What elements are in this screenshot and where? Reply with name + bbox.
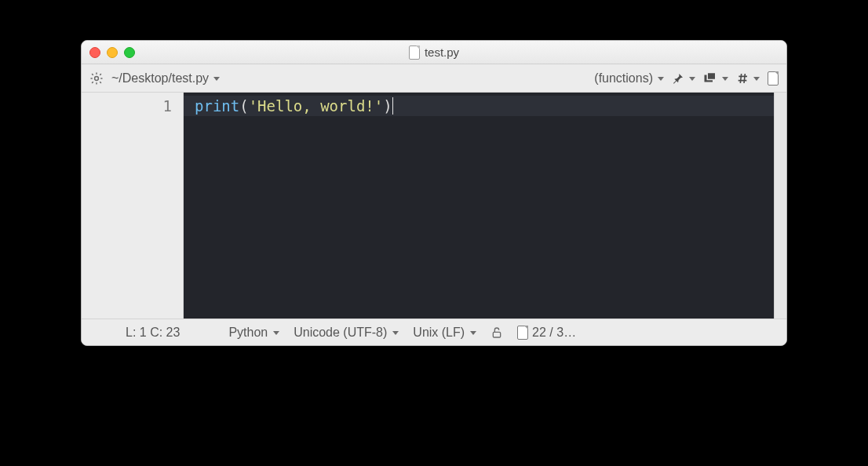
page-icon [768, 71, 779, 86]
minimize-window-button[interactable] [107, 47, 118, 58]
file-path-dropdown[interactable]: ~/Desktop/test.py [111, 71, 220, 86]
unlock-icon [491, 326, 503, 339]
token-string: 'Hello, world!' [249, 97, 384, 115]
svg-point-0 [95, 76, 99, 80]
token-paren: ) [383, 97, 392, 115]
chevron-down-icon [213, 77, 220, 81]
chevron-down-icon [470, 331, 476, 335]
code-area[interactable]: print('Hello, world!') [184, 93, 786, 319]
zoom-window-button[interactable] [124, 47, 135, 58]
cursor-position[interactable]: L: 1 C: 23 [126, 326, 180, 340]
window-controls [89, 47, 135, 58]
line-number: 1 [82, 97, 172, 115]
token-function: print [195, 97, 239, 115]
new-document-button[interactable] [768, 71, 779, 86]
language-text: Python [228, 326, 268, 340]
chevron-down-icon [753, 77, 760, 81]
encoding-text: Unicode (UTF-8) [294, 326, 387, 340]
close-window-button[interactable] [89, 47, 100, 58]
editor-area: 1 print('Hello, world!') [82, 93, 786, 319]
chevron-down-icon [689, 77, 695, 81]
document-stats[interactable]: 22 / 3… [517, 326, 576, 340]
functions-label: (functions) [594, 71, 653, 86]
svg-rect-3 [493, 332, 500, 337]
cursor-position-text: L: 1 C: 23 [126, 326, 180, 340]
chevron-down-icon [722, 77, 728, 81]
page-icon [517, 326, 528, 340]
window-title: test.py [82, 46, 786, 60]
language-dropdown[interactable]: Python [228, 326, 279, 340]
hash-icon [736, 72, 749, 85]
panes-dropdown[interactable] [703, 72, 728, 85]
pin-icon [672, 72, 684, 85]
gear-icon [89, 71, 104, 86]
toolbar: ~/Desktop/test.py (functions) [82, 64, 786, 93]
file-path-text: ~/Desktop/test.py [111, 71, 209, 86]
readonly-toggle[interactable] [491, 326, 503, 339]
chevron-down-icon [273, 331, 279, 335]
chevron-down-icon [392, 331, 399, 335]
chevron-down-icon [658, 77, 664, 81]
hash-dropdown[interactable] [736, 72, 760, 85]
functions-dropdown[interactable]: (functions) [594, 71, 664, 86]
line-ending-dropdown[interactable]: Unix (LF) [413, 326, 476, 340]
document-stats-text: 22 / 3… [532, 326, 576, 340]
vertical-scrollbar[interactable] [774, 93, 786, 319]
settings-button[interactable] [89, 71, 104, 86]
window-title-text: test.py [425, 46, 459, 59]
text-cursor [392, 97, 393, 115]
document-icon [409, 46, 420, 60]
pin-dropdown[interactable] [672, 72, 695, 85]
stack-icon [703, 72, 717, 85]
token-paren: ( [239, 97, 248, 115]
code-line[interactable]: print('Hello, world!') [184, 96, 786, 116]
statusbar: L: 1 C: 23 Python Unicode (UTF-8) Unix (… [82, 319, 786, 345]
line-ending-text: Unix (LF) [413, 326, 465, 340]
encoding-dropdown[interactable]: Unicode (UTF-8) [294, 326, 399, 340]
titlebar[interactable]: test.py [82, 41, 786, 64]
line-number-gutter[interactable]: 1 [82, 93, 184, 319]
editor-window: test.py ~/Desktop/test.py (functions) [81, 40, 787, 346]
svg-rect-2 [707, 72, 716, 79]
